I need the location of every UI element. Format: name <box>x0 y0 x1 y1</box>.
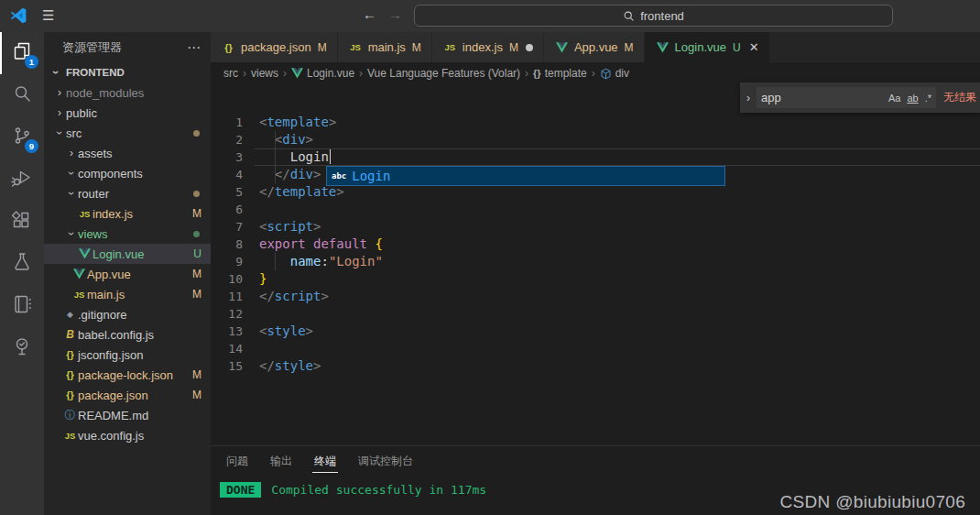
activity-testing[interactable] <box>0 243 44 285</box>
tab-label: package.json <box>241 40 311 54</box>
item-label: package-lock.json <box>78 368 173 382</box>
tree-item-main.js[interactable]: JSmain.jsM <box>44 284 211 304</box>
line-number: 4 <box>211 166 243 183</box>
dirty-dot-icon[interactable] <box>526 44 533 51</box>
tab-index.js[interactable]: JSindex.jsM <box>432 32 544 62</box>
item-label: public <box>66 106 97 120</box>
line-content: </style> <box>259 357 321 375</box>
code-editor[interactable]: 1<template>2 <div>3 Login4 </div>5</temp… <box>211 84 980 445</box>
tree-item-components[interactable]: ›components <box>44 163 211 183</box>
activity-todo-tree[interactable] <box>0 327 44 369</box>
item-label: assets <box>78 147 113 160</box>
item-label: jsconfig.json <box>78 348 144 362</box>
tree-item-src[interactable]: ›src <box>44 123 211 143</box>
breadcrumb-item[interactable]: views <box>251 67 278 80</box>
tree-item-package-lock.json[interactable]: {}package-lock.jsonM <box>44 365 211 385</box>
activity-extensions[interactable] <box>0 201 44 243</box>
activity-explorer[interactable]: 1 <box>0 32 44 74</box>
tree-item-.gitignore[interactable]: ◆.gitignore <box>44 304 211 324</box>
title-bar: ☰ ← → frontend <box>0 0 980 32</box>
tab-Login.vue[interactable]: Login.vueU✕ <box>645 32 770 62</box>
tree-item-assets[interactable]: ›assets <box>44 143 211 163</box>
symbol-braces-icon: {} <box>533 68 541 79</box>
item-label: node_modules <box>66 86 144 100</box>
find-input[interactable]: app Aa ab .* <box>757 87 936 108</box>
js-icon: JS <box>77 209 93 219</box>
activity-source-control[interactable]: 9 <box>0 116 44 159</box>
chevron-down-icon: › <box>49 66 62 79</box>
git-status-badge: M <box>192 389 201 401</box>
git-status-dot <box>193 191 200 197</box>
line-number: 10 <box>211 270 243 288</box>
breadcrumb-item[interactable]: Vue Language Features (Volar) <box>367 67 520 80</box>
json-braces-icon: {} <box>221 42 236 53</box>
close-icon[interactable]: ✕ <box>749 40 759 54</box>
breadcrumb-item[interactable]: {}template <box>533 67 587 80</box>
tab-App.vue[interactable]: App.vueM <box>544 32 645 62</box>
tree-item-views[interactable]: ›views <box>44 224 211 244</box>
csdn-watermark: CSDN @biubiubiu0706 <box>780 492 965 512</box>
tree-item-vue.config.js[interactable]: JSvue.config.js <box>44 425 211 445</box>
line-number: 8 <box>211 236 243 253</box>
vue-icon <box>71 268 87 279</box>
tree-item-node_modules[interactable]: ›node_modules <box>44 82 211 103</box>
more-actions-icon[interactable]: ⋯ <box>187 39 201 56</box>
line-content: <style> <box>259 323 313 340</box>
tree-item-jsconfig.json[interactable]: {}jsconfig.json <box>44 345 211 365</box>
chevron-right-icon: › <box>53 86 66 99</box>
activity-search[interactable] <box>0 74 44 116</box>
find-expand-icon[interactable]: › <box>740 92 757 104</box>
suggest-widget[interactable]: abc Login <box>326 166 725 186</box>
tab-main.js[interactable]: JSmain.jsM <box>338 32 432 62</box>
line-number: 7 <box>211 218 243 236</box>
panel-tab-输出[interactable]: 输出 <box>268 450 294 472</box>
tab-package.json[interactable]: {}package.jsonM <box>211 32 338 62</box>
chevron-down-icon: › <box>65 167 78 180</box>
code-line-14: 14 <box>211 340 980 357</box>
babel-icon: B <box>62 328 78 341</box>
tree-item-public[interactable]: ›public <box>44 103 211 123</box>
tree-item-README.md[interactable]: ⓘREADME.md <box>44 405 211 425</box>
panel-tab-问题[interactable]: 问题 <box>224 450 250 472</box>
panel-tab-调试控制台[interactable]: 调试控制台 <box>356 450 415 472</box>
find-results-label: 无结果 <box>943 90 976 105</box>
breadcrumb-item[interactable]: Login.vue <box>291 67 354 80</box>
tree-item-index.js[interactable]: JSindex.jsM <box>44 203 211 224</box>
tree-item-babel.config.js[interactable]: Bbabel.config.js <box>44 324 211 345</box>
breadcrumb-label: src <box>223 67 238 80</box>
activity-notebook[interactable] <box>0 285 44 327</box>
item-label: views <box>78 227 108 241</box>
line-content: } <box>259 270 267 288</box>
tree-item-Login.vue[interactable]: Login.vueU <box>44 244 211 264</box>
line-number: 2 <box>211 131 243 148</box>
tree-item-package.json[interactable]: {}package.jsonM <box>44 385 211 405</box>
menu-icon[interactable]: ☰ <box>42 7 54 24</box>
panel-tab-终端[interactable]: 终端 <box>312 450 338 473</box>
tree-item-router[interactable]: ›router <box>44 183 211 203</box>
whole-word-button[interactable]: ab <box>907 93 918 104</box>
code-line-6: 6 <box>211 201 980 218</box>
tree-root-frontend[interactable]: › FRONTEND <box>44 62 211 82</box>
breadcrumb-item[interactable]: div <box>600 67 629 80</box>
item-label: src <box>66 126 82 140</box>
breadcrumb-item[interactable]: src <box>223 67 238 80</box>
nav-back-button[interactable]: ← <box>363 6 376 22</box>
tab-label: main.js <box>368 40 406 54</box>
chevron-right-icon: › <box>65 147 78 159</box>
line-number: 9 <box>211 253 243 270</box>
tab-git-badge: M <box>412 41 421 54</box>
line-number: 6 <box>211 201 243 218</box>
tab-git-badge: U <box>733 41 741 54</box>
activity-run-and-debug[interactable] <box>0 159 44 201</box>
explorer-sidebar: 资源管理器 ⋯ › FRONTEND ›node_modules›public›… <box>44 32 211 515</box>
gitignore-icon: ◆ <box>62 310 78 319</box>
git-status-badge: M <box>192 207 201 220</box>
command-center-search[interactable]: frontend <box>414 5 893 27</box>
tree-item-App.vue[interactable]: App.vueM <box>44 264 211 284</box>
done-badge: DONE <box>220 482 261 498</box>
find-widget: › app Aa ab .* 无结果 <box>740 82 980 113</box>
sidebar-title: 资源管理器 <box>62 39 122 56</box>
match-case-button[interactable]: Aa <box>888 93 900 104</box>
todo-tree-icon <box>11 335 33 361</box>
regex-button[interactable]: .* <box>925 93 931 104</box>
